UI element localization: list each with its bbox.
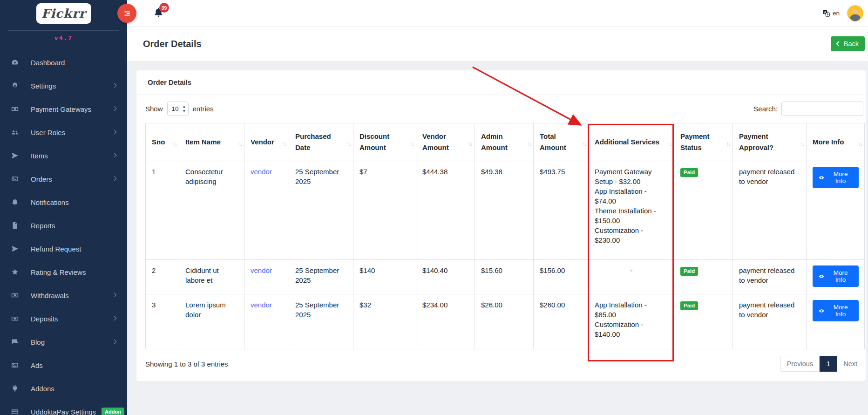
menu-toggle-button[interactable]	[117, 4, 136, 23]
more-info-label: More Info	[828, 269, 853, 283]
entries-label: entries	[193, 105, 214, 113]
column-label: Admin Amount	[481, 132, 508, 151]
chat-icon	[11, 338, 19, 346]
sidebar-item-ads[interactable]: Ads	[0, 354, 127, 377]
sidebar-item-user-roles[interactable]: User Roles	[0, 121, 127, 144]
column-header-sno[interactable]: Sno	[146, 123, 179, 161]
cell-vendor: vendor	[244, 161, 289, 260]
column-header-more-info[interactable]: More Info	[807, 123, 865, 161]
send-icon	[11, 245, 19, 253]
select-arrows-icon: ▴▾	[183, 104, 185, 113]
column-header-discount-amount[interactable]: Discount Amount	[353, 123, 416, 161]
vendor-link[interactable]: vendor	[251, 168, 272, 176]
sidebar-item-orders[interactable]: Orders	[0, 167, 127, 190]
column-label: Payment Approval?	[739, 132, 773, 151]
pagination-previous[interactable]: Previous	[780, 356, 820, 372]
vendor-link[interactable]: vendor	[251, 301, 272, 309]
column-header-additional-services[interactable]: Additional Services	[589, 123, 674, 161]
column-label: Sno	[152, 138, 165, 146]
sidebar-divider	[8, 30, 119, 31]
sidebar-item-addons[interactable]: Addons	[0, 377, 127, 400]
cell-total-amount: $156.00	[534, 260, 589, 294]
language-selector[interactable]: en	[822, 9, 840, 17]
cell-additional-services: App Installation - $85.00 Customization …	[589, 294, 674, 349]
vendor-link[interactable]: vendor	[251, 266, 272, 274]
brand-logo[interactable]: Fickrr	[36, 3, 91, 24]
status-badge: Paid	[680, 267, 698, 276]
cell-sno: 1	[146, 161, 179, 260]
sidebar-item-refund-request[interactable]: Refund Request	[0, 237, 127, 260]
search-input[interactable]	[781, 102, 863, 116]
notification-count-badge: 39	[159, 3, 169, 13]
translate-icon	[822, 9, 830, 17]
send-icon	[11, 151, 19, 160]
column-header-purchased-date[interactable]: Purchased Date	[289, 123, 353, 161]
sidebar-item-dashboard[interactable]: Dashboard	[0, 51, 127, 74]
column-label: Item Name	[185, 138, 221, 146]
column-label: More Info	[813, 138, 844, 146]
cell-more-info: More Info	[807, 260, 865, 294]
column-label: Total Amount	[540, 132, 566, 151]
cell-vendor-amount: $444.38	[416, 161, 475, 260]
sidebar-item-label: Ads	[31, 361, 43, 369]
sidebar-item-payment-gateways[interactable]: Payment Gateways	[0, 97, 127, 121]
gears-icon	[11, 82, 19, 90]
sidebar-item-label: Reports	[31, 222, 55, 230]
sidebar-item-label: Withdrawals	[31, 292, 69, 299]
cell-purchased-date: 25 September 2025	[289, 161, 353, 260]
column-header-total-amount[interactable]: Total Amount	[534, 123, 589, 161]
sidebar-item-uddoktapay-settings[interactable]: UddoktaPay Settings Addon	[0, 400, 127, 415]
column-label: Vendor	[251, 138, 274, 146]
cell-payment-status: Paid	[674, 161, 733, 260]
sidebar-item-settings[interactable]: Settings	[0, 74, 127, 97]
column-header-vendor[interactable]: Vendor	[244, 123, 289, 161]
cell-sno: 2	[146, 260, 179, 294]
column-header-payment-status[interactable]: Payment Status	[674, 123, 733, 161]
sidebar-item-deposits[interactable]: Deposits	[0, 307, 127, 330]
sidebar-item-notifications[interactable]: Notifications	[0, 190, 127, 214]
search-label: Search:	[753, 105, 778, 113]
back-button[interactable]: Back	[831, 36, 865, 51]
sidebar-item-items[interactable]: Items	[0, 144, 127, 167]
sidebar-item-label: User Roles	[31, 129, 65, 136]
sidebar-item-blog[interactable]: Blog	[0, 330, 127, 354]
column-header-vendor-amount[interactable]: Vendor Amount	[416, 123, 475, 161]
chevron-right-icon	[112, 106, 117, 111]
sort-icon	[858, 138, 862, 150]
sidebar-item-rating-reviews[interactable]: Rating & Reviews	[0, 260, 127, 284]
orders-table: Sno Item Name Vendor Purchased Date Disc…	[145, 123, 865, 349]
table-footer: Showing 1 to 3 of 3 entries Previous 1 N…	[136, 349, 866, 381]
cell-admin-amount: $49.38	[475, 161, 534, 260]
cell-payment-approval: payment released to vendor	[733, 260, 807, 294]
page-length-select[interactable]: 10 ▴▾	[167, 102, 189, 116]
table-row: 2 Cididunt ut labore et vendor 25 Septem…	[146, 260, 865, 294]
more-info-button[interactable]: More Info	[813, 265, 859, 287]
menu-icon	[122, 9, 132, 18]
pagination-page-1[interactable]: 1	[820, 356, 837, 372]
addon-badge: Addon	[102, 408, 124, 415]
notifications-button[interactable]: 39	[153, 7, 167, 20]
column-header-payment-approval[interactable]: Payment Approval?	[733, 123, 807, 161]
cell-vendor: vendor	[244, 260, 289, 294]
money-icon	[11, 105, 19, 113]
avatar[interactable]	[847, 5, 863, 21]
table-controls: Show 10 ▴▾ entries Search:	[136, 95, 866, 123]
sort-icon	[667, 138, 671, 150]
cell-additional-services: Payment Gateway Setup - $32.00 App Insta…	[589, 161, 674, 260]
column-header-admin-amount[interactable]: Admin Amount	[475, 123, 534, 161]
pagination-next[interactable]: Next	[837, 356, 863, 371]
more-info-button[interactable]: More Info	[813, 167, 859, 188]
language-label: en	[833, 10, 840, 17]
cell-item-name: Consectetur adipiscing	[179, 161, 244, 260]
cell-admin-amount: $26.00	[475, 294, 534, 349]
cell-more-info: More Info	[807, 161, 865, 260]
cell-total-amount: $493.75	[534, 161, 589, 260]
sidebar-item-withdrawals[interactable]: Withdrawals	[0, 284, 127, 307]
cell-payment-status: Paid	[674, 294, 733, 349]
cell-payment-approval: payment released to vendor	[733, 161, 807, 260]
column-header-item-name[interactable]: Item Name	[179, 123, 244, 161]
more-info-button[interactable]: More Info	[813, 300, 859, 321]
sidebar-item-reports[interactable]: Reports	[0, 214, 127, 237]
file-icon	[11, 221, 19, 230]
sidebar-item-label: Settings	[31, 82, 56, 90]
